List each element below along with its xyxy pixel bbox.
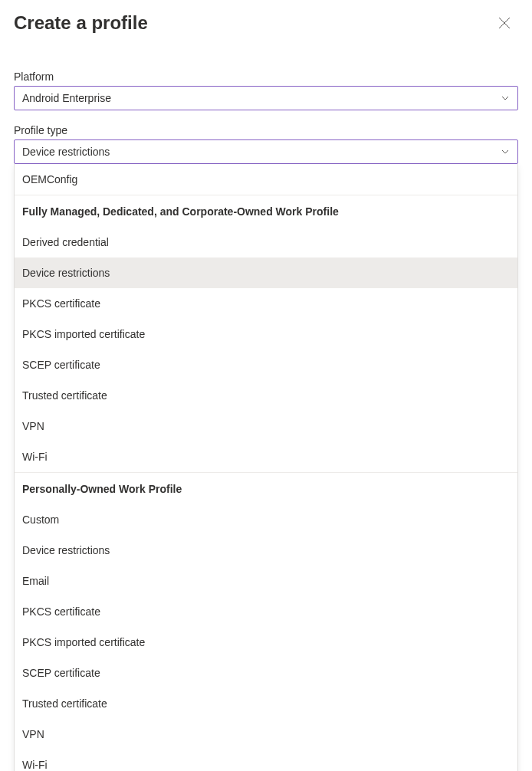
- dropdown-option[interactable]: Device restrictions: [15, 258, 517, 288]
- dropdown-option[interactable]: PKCS certificate: [15, 596, 517, 627]
- profile-type-dropdown-list: OEMConfigFully Managed, Dedicated, and C…: [14, 164, 518, 771]
- dropdown-option[interactable]: SCEP certificate: [15, 658, 517, 688]
- dropdown-option[interactable]: PKCS imported certificate: [15, 627, 517, 658]
- dropdown-group-header: Fully Managed, Dedicated, and Corporate-…: [15, 195, 517, 227]
- dropdown-option[interactable]: Email: [15, 566, 517, 596]
- dropdown-option[interactable]: PKCS certificate: [15, 288, 517, 319]
- dropdown-option[interactable]: PKCS imported certificate: [15, 319, 517, 349]
- dropdown-option[interactable]: Wi-Fi: [15, 750, 517, 771]
- chevron-down-icon: [501, 147, 510, 156]
- platform-dropdown-value: Android Enterprise: [22, 92, 111, 104]
- dropdown-option[interactable]: Trusted certificate: [15, 380, 517, 411]
- dropdown-option[interactable]: Custom: [15, 504, 517, 535]
- dropdown-option[interactable]: VPN: [15, 411, 517, 441]
- platform-field: Platform Android Enterprise: [14, 71, 518, 110]
- profile-type-dropdown[interactable]: Device restrictions: [14, 139, 518, 164]
- dialog-header: Create a profile: [14, 12, 518, 34]
- dialog-title: Create a profile: [14, 12, 148, 34]
- platform-label: Platform: [14, 71, 518, 83]
- close-icon[interactable]: [498, 17, 511, 29]
- dropdown-option[interactable]: OEMConfig: [15, 164, 517, 195]
- chevron-down-icon: [501, 94, 510, 103]
- dropdown-option[interactable]: Device restrictions: [15, 535, 517, 566]
- profile-type-label: Profile type: [14, 124, 518, 136]
- dropdown-option[interactable]: SCEP certificate: [15, 349, 517, 380]
- platform-dropdown[interactable]: Android Enterprise: [14, 86, 518, 110]
- profile-type-dropdown-value: Device restrictions: [22, 146, 110, 158]
- dropdown-group-header: Personally-Owned Work Profile: [15, 472, 517, 504]
- profile-type-field: Profile type Device restrictions OEMConf…: [14, 124, 518, 771]
- dropdown-option[interactable]: Derived credential: [15, 227, 517, 258]
- dropdown-option[interactable]: Trusted certificate: [15, 688, 517, 719]
- dropdown-option[interactable]: VPN: [15, 719, 517, 750]
- dropdown-option[interactable]: Wi-Fi: [15, 441, 517, 472]
